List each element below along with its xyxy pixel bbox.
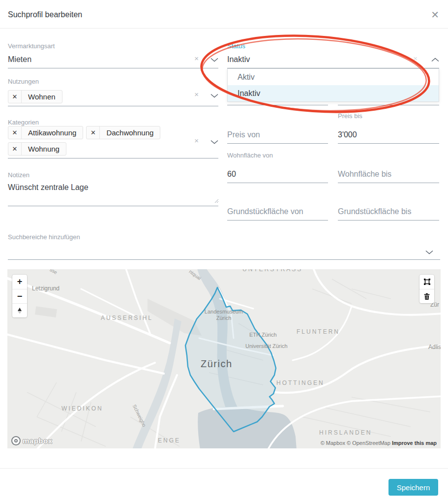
search-area-polygon (185, 287, 276, 432)
map-canvas[interactable]: sse ntquai Schweigho UNTERSTRASS Letzigr… (7, 269, 441, 448)
preis-von-field[interactable]: Preis von (227, 118, 328, 144)
wohnflaeche-bis-field[interactable]: Wohnfläche bis (338, 158, 439, 183)
compass-button[interactable] (12, 303, 27, 317)
wohnflaeche-bis-placeholder: Wohnfläche bis (338, 170, 391, 179)
kategorien-label: Kategorien (8, 119, 39, 126)
footer-divider (0, 468, 448, 469)
chip-remove-icon[interactable]: ✕ (8, 126, 22, 139)
map-graphics (7, 269, 441, 448)
covered-field-underline (227, 105, 328, 105)
preis-bis-label: Preis bis (338, 112, 362, 120)
grundstueckflaeche-bis-field[interactable]: Grundstückfläche bis (338, 195, 439, 220)
trash-icon (423, 293, 430, 300)
wohnflaeche-von-value: 60 (227, 170, 236, 179)
clear-icon[interactable]: × (194, 55, 199, 62)
chip-dachwohnung: ✕ Dachwohnung (86, 126, 160, 139)
vermarktungsart-field[interactable]: Vermarktungsart Mieten × (8, 42, 218, 68)
draw-polygon-button[interactable] (419, 275, 434, 289)
chip-remove-icon[interactable]: ✕ (8, 143, 22, 155)
header-divider (0, 28, 448, 29)
mapbox-logo-text: mapbox (23, 437, 53, 445)
status-field[interactable]: Status Inaktiv × Aktiv Inaktiv (227, 42, 439, 68)
chevron-up-icon[interactable] (431, 58, 439, 62)
clear-icon[interactable]: × (194, 91, 199, 98)
map-draw-controls (419, 275, 434, 303)
chevron-down-icon[interactable] (210, 94, 218, 98)
status-option-aktiv[interactable]: Aktiv (228, 69, 439, 85)
vermarktungsart-value: Mieten (8, 55, 31, 64)
status-option-inaktiv[interactable]: Inaktiv (228, 85, 439, 101)
preis-bis-field[interactable]: Preis bis 3'000 (338, 112, 439, 144)
save-button[interactable]: Speichern (388, 479, 438, 496)
notizen-field[interactable]: Notizen Wünscht zentrale Lage (8, 171, 218, 206)
chevron-down-icon[interactable] (210, 140, 218, 144)
close-icon[interactable]: ✕ (431, 10, 439, 20)
clear-icon[interactable]: × (194, 137, 199, 144)
chevron-down-icon[interactable] (210, 58, 218, 62)
status-value: Inaktiv (227, 55, 250, 64)
mapbox-logo-icon (11, 436, 21, 445)
status-label: Status (227, 42, 245, 50)
wohnflaeche-von-field[interactable]: Wohnfläche von 60 (227, 152, 328, 183)
grundstueckflaeche-von-placeholder: Grundstückfläche von (227, 207, 303, 216)
notizen-value: Wünscht zentrale Lage (8, 183, 89, 192)
chip-label: Wohnung (22, 143, 66, 155)
preis-von-placeholder: Preis von (227, 130, 260, 139)
grundstueckflaeche-bis-placeholder: Grundstückfläche bis (338, 207, 411, 216)
map-attribution: © Mapbox © OpenStreetMap Improve this ma… (321, 440, 437, 446)
suchbereiche-label: Suchbereiche hinzufügen (8, 233, 80, 241)
chip-attikawohnung: ✕ Attikawohnung (8, 126, 83, 139)
chip-remove-icon[interactable]: ✕ (87, 126, 100, 139)
chip-wohnen: ✕ Wohnen (8, 90, 62, 103)
notizen-label: Notizen (8, 171, 30, 179)
chip-label: Dachwohnung (100, 126, 160, 139)
edit-search-profile-dialog: Suchprofil bearbeiten ✕ Vermarktungsart … (0, 0, 448, 504)
chip-label: Wohnen (22, 91, 62, 103)
chip-wohnung: ✕ Wohnung (8, 142, 66, 156)
grundstueckflaeche-von-field[interactable]: Grundstückfläche von (227, 195, 328, 220)
attribution-improve-link[interactable]: Improve this map (392, 440, 437, 446)
vermarktungsart-label: Vermarktungsart (8, 42, 55, 50)
delete-area-button[interactable] (419, 289, 434, 303)
status-dropdown: Aktiv Inaktiv (227, 68, 439, 102)
nutzungen-label: Nutzungen (8, 78, 39, 85)
covered-field-underline (338, 105, 439, 105)
suchbereiche-field[interactable]: Suchbereiche hinzufügen (8, 233, 440, 260)
wohnflaeche-von-label: Wohnfläche von (227, 152, 273, 159)
nutzungen-chips: ✕ Wohnen (8, 90, 185, 103)
zoom-out-button[interactable]: − (12, 289, 27, 303)
mapbox-logo[interactable]: mapbox (11, 436, 53, 445)
compass-icon (16, 307, 24, 315)
zoom-in-button[interactable]: + (12, 275, 27, 289)
map-nav-controls: + − (12, 275, 27, 317)
kategorien-field[interactable]: Kategorien ✕ Attikawohnung ✕ Dachwohnung… (8, 119, 218, 158)
nutzungen-field[interactable]: Nutzungen ✕ Wohnen × (8, 78, 218, 106)
chip-label: Attikawohnung (22, 126, 83, 139)
chevron-down-icon[interactable] (425, 250, 433, 254)
attribution-mapbox-link[interactable]: © Mapbox (321, 440, 345, 446)
chip-remove-icon[interactable]: ✕ (8, 91, 22, 103)
kategorien-chips: ✕ Attikawohnung ✕ Dachwohnung ✕ Wohnung (8, 126, 185, 156)
preis-bis-value: 3'000 (338, 130, 357, 139)
clear-icon[interactable]: × (413, 55, 418, 62)
attribution-osm-link[interactable]: © OpenStreetMap (347, 440, 390, 446)
resize-handle[interactable] (214, 196, 218, 205)
dialog-title: Suchprofil bearbeiten (8, 10, 82, 19)
draw-polygon-icon (423, 278, 431, 285)
